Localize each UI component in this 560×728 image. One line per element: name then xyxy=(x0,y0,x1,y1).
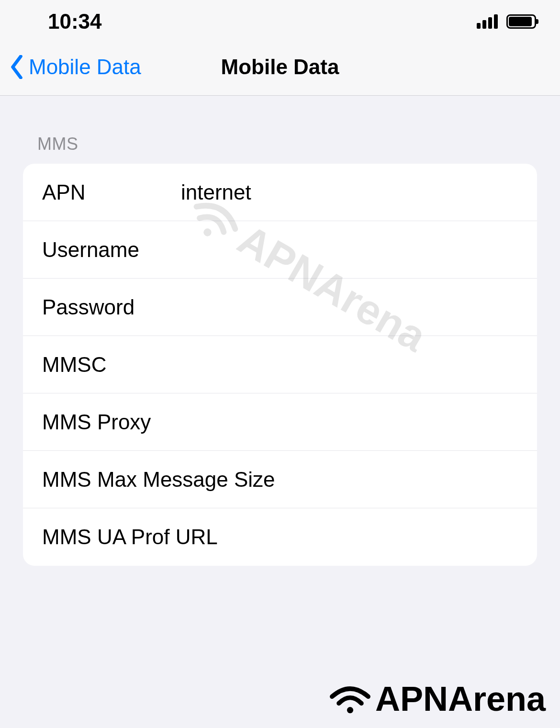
settings-group-mms: APN Username Password MMSC MMS Proxy MMS… xyxy=(23,164,537,566)
wifi-icon xyxy=(327,683,373,715)
mms-proxy-input[interactable] xyxy=(181,410,537,434)
navigation-bar: Mobile Data Mobile Data xyxy=(0,43,560,96)
status-bar: 10:34 xyxy=(0,0,560,43)
settings-row-mmsc[interactable]: MMSC xyxy=(23,336,537,393)
footer-logo: APNArena xyxy=(327,679,546,718)
row-label-mms-proxy: MMS Proxy xyxy=(42,410,181,434)
row-label-mms-ua-prof: MMS UA Prof URL xyxy=(42,525,537,549)
content-area: MMS APN Username Password MMSC MMS Proxy xyxy=(0,96,560,566)
row-label-password: Password xyxy=(42,295,181,319)
chevron-left-icon xyxy=(10,55,24,79)
settings-row-username[interactable]: Username xyxy=(23,221,537,279)
settings-row-apn[interactable]: APN xyxy=(23,164,537,221)
username-input[interactable] xyxy=(181,238,537,262)
settings-row-password[interactable]: Password xyxy=(23,279,537,336)
svg-point-1 xyxy=(347,707,353,713)
signal-icon xyxy=(477,14,498,29)
settings-row-mms-max-size[interactable]: MMS Max Message Size xyxy=(23,451,537,508)
row-label-username: Username xyxy=(42,238,181,262)
row-label-mms-max-size: MMS Max Message Size xyxy=(42,468,537,492)
settings-row-mms-ua-prof[interactable]: MMS UA Prof URL xyxy=(23,508,537,566)
settings-row-mms-proxy[interactable]: MMS Proxy xyxy=(23,393,537,451)
status-indicators xyxy=(477,14,536,29)
back-label: Mobile Data xyxy=(29,55,141,79)
back-button[interactable]: Mobile Data xyxy=(10,55,141,79)
row-label-apn: APN xyxy=(42,180,181,204)
mmsc-input[interactable] xyxy=(181,353,537,377)
footer-logo-text: APNArena xyxy=(375,679,546,718)
password-input[interactable] xyxy=(181,295,537,319)
apn-input[interactable] xyxy=(181,180,537,204)
row-label-mmsc: MMSC xyxy=(42,353,181,377)
battery-icon xyxy=(506,14,536,29)
page-title: Mobile Data xyxy=(221,55,339,79)
section-header-mms: MMS xyxy=(23,134,537,154)
status-time: 10:34 xyxy=(48,10,102,34)
